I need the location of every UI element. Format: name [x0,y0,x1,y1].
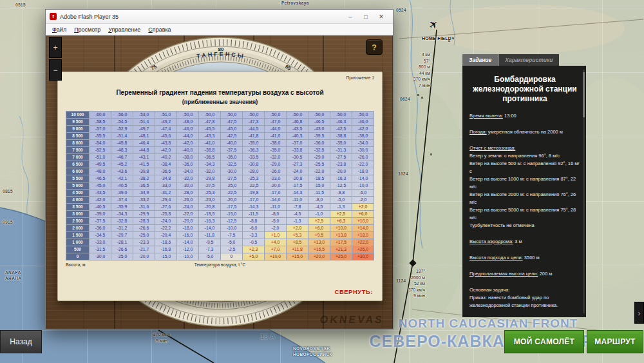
temperature-cell: +6,3 [330,218,352,225]
temperature-cell: -22,0 [177,211,199,218]
temperature-cell: -7,5 [221,232,243,239]
mission-panel-body: Бомбардировка железнодорожной станции пр… [462,66,586,317]
temperature-cell: -40,3 [287,133,308,140]
height-cell: 6 500 [66,161,90,168]
temperature-cell: -31,2 [155,190,177,197]
temperature-cell: +15,0 [287,253,308,260]
temperature-cell: -22,5 [243,182,265,190]
temperature-cell: -38,0 [352,133,374,140]
map-zoom-out-button[interactable]: − [49,59,62,81]
temperature-cell: -25,5 [308,161,330,168]
temperature-cell: -34,0 [352,140,374,147]
mission-line: Турбулентность не отмечена [469,222,580,230]
temperature-cell: +2,0 [287,225,308,232]
menu-item[interactable]: Управление [104,25,144,34]
panel-scrollbar-thumb[interactable] [583,72,585,117]
temperature-cell: -15,0 [221,211,243,218]
temperature-cell: +20,0 [308,253,330,260]
my-plane-button[interactable]: МОЙ САМОЛЁТ [504,330,584,353]
maximize-button[interactable]: □ [358,14,374,20]
table-row: 7 000-51,0-46,7-43,1-40,2-38,0-36,5-35,0… [66,154,374,161]
height-cell: 2 500 [66,218,90,225]
calculator-background: ТАНГЕНСЫ 75 80 85 ? OKNEVAS Приложение 1… [46,35,393,329]
height-cell: 7 000 [66,154,90,161]
back-button[interactable]: Назад [0,330,42,353]
route-button[interactable]: МАРШРУТ [587,330,643,353]
temperature-cell: -43,1 [133,154,155,161]
temperature-cell: -20,0 [221,197,243,204]
mission-line: Приказ: нанести бомбовый удар по железно… [469,294,580,309]
height-cell: 500 [66,246,90,253]
temperature-cell: -28,1 [111,239,133,246]
scroll-right-button[interactable]: › [634,302,644,324]
temperature-cell: -31,2 [111,225,133,232]
window-titlebar[interactable]: f Adobe Flash Player 35 – □ ✕ [46,10,393,24]
temperature-cell: -60,0 [90,112,111,119]
temperature-cell: -52,9 [111,126,133,133]
temperature-cell: -47,0 [265,119,287,126]
temperature-cell: -15,0 [155,253,177,260]
temperature-cell: -22,0 [308,168,330,175]
temperature-cell: -48,0 [177,119,199,126]
temperature-cell: +10,0 [330,225,352,232]
temperature-cell: -39,5 [308,133,330,140]
temperature-cell: -18,5 [199,211,221,218]
temperature-cell: -34,9 [133,190,155,197]
temperature-cell: -39,0 [90,211,111,218]
minimize-button[interactable]: – [343,14,358,20]
svg-text:80: 80 [218,46,224,52]
mission-line: Отчет с метеозонда: [469,144,580,152]
temperature-cell: -18,0 [352,168,374,175]
temperature-cell: -43,5 [90,190,111,197]
tab-characteristics[interactable]: Характеристики [498,54,559,66]
temperature-cell: -16,0 [177,232,199,239]
temperature-cell: -46,3 [330,119,352,126]
help-button[interactable]: ? [366,39,383,55]
table-row: 4 000-42,0-37,4-33,2-29,4-26,0-23,0-20,0… [66,197,374,204]
temperature-cell: -42,1 [111,175,133,182]
temperature-cell: -46,8 [287,119,308,126]
temperature-cell: -37,0 [287,140,308,147]
close-button[interactable]: ✕ [374,14,389,20]
temperature-cell: -14,0 [352,175,374,182]
temperature-cell: -31,5 [90,246,111,253]
temperature-cell: -11,0 [265,204,287,211]
temperature-cell: -40,5 [111,182,133,190]
temperature-cell: -57,0 [90,126,111,133]
height-cell: 2 000 [66,225,90,232]
temperature-cell: -18,5 [308,175,330,182]
temperature-cell: -20,0 [330,168,352,175]
temperature-cell: -11,5 [243,211,265,218]
temperature-cell: -25,8 [155,211,177,218]
temperature-cell: -42,5 [221,133,243,140]
menu-item[interactable]: Файл [48,25,70,34]
height-cell: 9 500 [66,119,90,126]
temperature-cell: -47,5 [221,119,243,126]
temperature-cell: -35,9 [111,204,133,211]
temperature-cell: -45,0 [221,126,243,133]
temperature-cell: -51,0 [155,112,177,119]
temperature-cell: -27,5 [221,175,243,182]
menu-item[interactable]: Просмотр [70,25,104,34]
temperature-cell: -28,3 [133,218,155,225]
map-zoom-in-button[interactable]: + [49,37,62,58]
temperature-cell: -16,3 [199,218,221,225]
temperature-cell: -48,1 [133,133,155,140]
temperature-cell: -32,0 [199,168,221,175]
temperature-cell: -21,7 [133,246,155,253]
window-title: Adobe Flash Player 35 [60,14,343,20]
temperature-cell: -32,8 [111,218,133,225]
temperature-cell: -42,0 [155,147,177,154]
temperature-cell: -55,5 [90,133,111,140]
menu-item[interactable]: Справка [144,25,175,34]
temperature-cell: -5,0 [265,218,287,225]
tab-mission[interactable]: Задание [462,54,498,66]
temperature-cell: -32,5 [308,147,330,154]
temperature-cell: +17,5 [330,239,352,246]
table-row: 4 500-43,5-39,0-34,9-31,2-28,0-25,3-22,5… [66,190,374,197]
temperature-cell: -17,0 [243,197,265,204]
collapse-table-link[interactable]: СВЕРНУТЬ: [335,288,373,295]
temperature-cell: -25,3 [199,190,221,197]
temperature-cell: -28,0 [243,168,265,175]
temperature-cell: -26,0 [177,197,199,204]
